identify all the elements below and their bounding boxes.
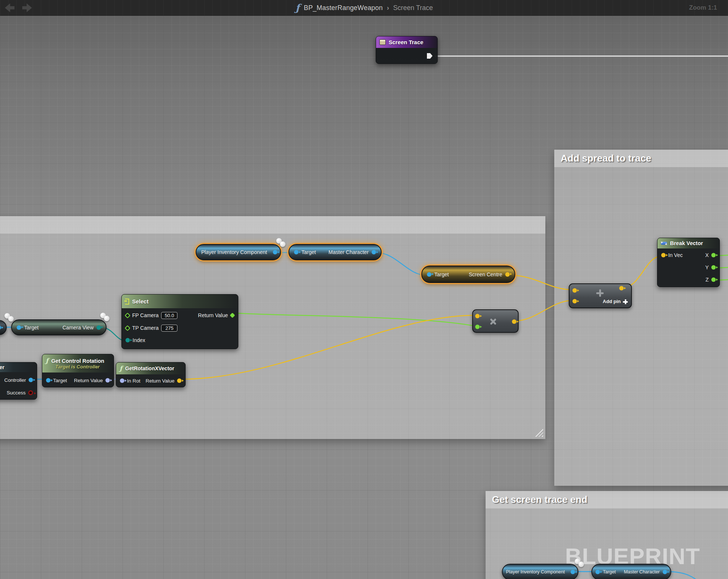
target-input-pin[interactable] — [17, 325, 21, 330]
target-label: Target — [53, 378, 67, 383]
pill-label: Master Character — [329, 249, 369, 255]
pill-label: Player Inventory Component — [506, 569, 565, 575]
object-output-pin[interactable] — [571, 570, 575, 574]
pill-label: Master Character — [624, 569, 660, 575]
breadcrumb-current[interactable]: Screen Trace — [393, 4, 433, 12]
y-output-pin[interactable] — [711, 265, 716, 270]
return-value-label: Return Value — [74, 378, 103, 383]
break-struct-icon — [661, 242, 667, 245]
back-button[interactable] — [5, 3, 14, 12]
fp-camera-value-field[interactable]: 50.0 — [161, 312, 177, 319]
comment-resize-handle[interactable] — [535, 429, 543, 437]
vector-output-pin[interactable] — [177, 378, 182, 383]
return-value-label: Return Value — [198, 312, 228, 318]
node-select[interactable]: Select FP Camera 50.0 Return Value TP Ca… — [121, 294, 238, 349]
comment-trace-end-titlebar[interactable]: Get screen trace end — [486, 491, 728, 508]
success-output-label: Success — [7, 390, 26, 396]
node-screen-trace-title: Screen Trace — [389, 39, 423, 45]
target-input-pin[interactable] — [595, 570, 600, 574]
node-title-fragment: ller — [0, 364, 4, 370]
node-select-header[interactable]: Select — [122, 295, 238, 308]
function-icon: ƒ — [120, 365, 122, 372]
comment-main-titlebar[interactable] — [0, 216, 545, 234]
node-player-inventory-component-2[interactable]: Player Inventory Component — [502, 564, 578, 579]
node-subtitle: Target is Controller — [55, 364, 99, 369]
index-label: Index — [133, 337, 145, 343]
node-get-control-rotation-header[interactable]: ƒ Get Control Rotation Target is Control… — [42, 354, 114, 373]
breadcrumb-root[interactable]: BP_MasterRangeWeapon — [304, 4, 383, 12]
node-screen-trace-header[interactable]: Screen Trace — [376, 36, 437, 48]
object-output-pin[interactable] — [0, 325, 1, 330]
multiply-icon — [489, 318, 497, 325]
float-input-pin[interactable] — [475, 325, 480, 329]
node-player-inventory-component[interactable]: Player Inventory Component — [196, 244, 281, 260]
node-master-character[interactable]: Target Master Character — [288, 244, 382, 260]
wire-bubble — [578, 562, 584, 567]
select-icon — [125, 299, 129, 305]
vector-input-pin-2[interactable] — [572, 299, 577, 303]
return-value-label: Return Value — [146, 378, 174, 384]
target-input-pin[interactable] — [427, 272, 431, 277]
function-graph-icon: ƒ — [296, 3, 300, 13]
index-input-pin[interactable] — [125, 338, 130, 342]
tp-camera-input-pin[interactable] — [125, 325, 131, 331]
comment-box-add-spread[interactable]: Add spread to trace — [554, 150, 728, 486]
target-label: Target — [434, 271, 449, 277]
tp-camera-label: TP Camera — [132, 325, 159, 331]
target-input-pin[interactable] — [294, 250, 298, 254]
node-get-rotation-x-vector-header[interactable]: ƒ GetRotationXVector — [116, 362, 185, 374]
object-output-pin[interactable] — [372, 250, 376, 254]
node-add[interactable]: Add pin — [569, 283, 632, 308]
success-output-pin[interactable] — [28, 390, 33, 395]
controller-output-label: Controller — [4, 377, 26, 383]
node-break-vector[interactable]: Break Vector In Vec X Y Z — [657, 238, 720, 287]
return-value-output-pin[interactable] — [230, 313, 235, 318]
breadcrumb-separator-icon: › — [387, 4, 389, 12]
node-title: GetRotationXVector — [125, 365, 174, 371]
node-multiply[interactable] — [472, 309, 519, 333]
in-vec-input-pin[interactable] — [661, 253, 666, 257]
comment-add-spread-title: Add spread to trace — [561, 153, 651, 164]
node-controller-cast-header[interactable]: ller — [0, 362, 37, 372]
breadcrumb-bar: ƒ BP_MasterRangeWeapon › Screen Trace Zo… — [0, 0, 728, 16]
z-output-label: Z — [705, 277, 709, 283]
target-input-pin[interactable] — [46, 378, 50, 383]
vector-output-pin[interactable] — [512, 319, 516, 324]
tp-camera-value-field[interactable]: 275 — [161, 325, 177, 332]
add-pin-button[interactable] — [623, 299, 628, 304]
target-label: Target — [301, 249, 316, 255]
x-output-label: X — [705, 252, 709, 258]
pill-label: Player Inventory Component — [201, 249, 267, 255]
in-vec-label: In Vec — [668, 252, 683, 258]
vector-output-pin[interactable] — [505, 272, 510, 277]
vector-input-pin[interactable] — [475, 314, 480, 318]
z-output-pin[interactable] — [711, 277, 716, 282]
breadcrumb: ƒ BP_MasterRangeWeapon › Screen Trace — [296, 0, 433, 16]
node-controller-cast[interactable]: ller Controller Success — [0, 362, 37, 400]
node-camera-view[interactable]: Target Camera View — [11, 319, 107, 335]
node-break-vector-header[interactable]: Break Vector — [657, 238, 719, 248]
collapsed-graph-icon — [379, 39, 386, 45]
forward-button[interactable] — [22, 3, 32, 12]
x-output-pin[interactable] — [711, 253, 716, 257]
controller-output-pin[interactable] — [29, 378, 33, 382]
fp-camera-label: FP Camera — [132, 312, 159, 318]
node-screen-trace[interactable]: Screen Trace — [376, 36, 438, 64]
blueprint-graph[interactable]: Add spread to trace Get screen trace end… — [0, 0, 728, 579]
comment-add-spread-titlebar[interactable]: Add spread to trace — [554, 150, 728, 167]
object-output-pin[interactable] — [663, 570, 667, 574]
object-output-pin[interactable] — [273, 250, 277, 254]
vector-output-pin[interactable] — [619, 286, 624, 290]
rotator-output-pin[interactable] — [105, 378, 110, 383]
fp-camera-input-pin[interactable] — [125, 312, 131, 318]
exec-output-pin[interactable] — [427, 53, 432, 59]
zoom-level-indicator: Zoom 1:1 — [689, 4, 717, 12]
node-get-rotation-x-vector[interactable]: ƒ GetRotationXVector In Rot Return Value — [116, 362, 186, 387]
node-screen-centre[interactable]: Target Screen Centre — [421, 266, 515, 283]
wire-bubble — [280, 241, 285, 247]
enum-output-pin[interactable] — [97, 325, 101, 330]
vector-input-pin-1[interactable] — [572, 288, 577, 293]
node-get-control-rotation[interactable]: ƒ Get Control Rotation Target is Control… — [42, 354, 114, 387]
in-rot-input-pin[interactable] — [120, 378, 124, 383]
node-master-character-2[interactable]: Target Master Character — [591, 564, 671, 579]
